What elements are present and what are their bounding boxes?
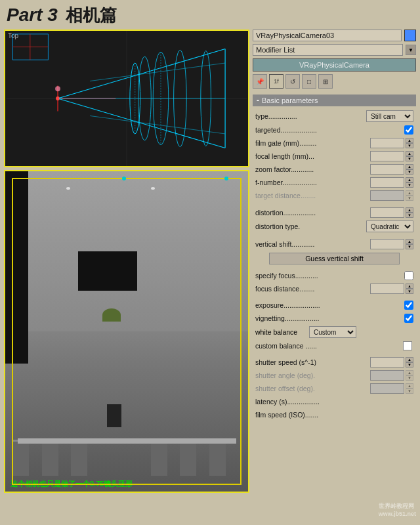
- param-target-dist-row: target distance........ 5812.2 ▲ ▼: [253, 190, 416, 201]
- shutter-speed-up[interactable]: ▲: [406, 357, 413, 362]
- toolbar-icon-box[interactable]: □: [302, 74, 316, 89]
- distortion-input[interactable]: 0.75: [370, 207, 404, 218]
- target-dist-up: ▲: [406, 190, 413, 196]
- zoom-factor-spinner: ▲ ▼: [406, 164, 413, 175]
- guess-vertical-shift-btn[interactable]: Guess vertical shift: [269, 253, 400, 264]
- part-label: Part 3: [7, 5, 58, 26]
- section-collapse-btn[interactable]: -: [257, 96, 259, 105]
- main-content: Top: [0, 30, 420, 493]
- svg-line-5: [58, 49, 225, 98]
- fnumber-up[interactable]: ▲: [406, 177, 413, 182]
- distortion-type-select[interactable]: Quadratic Cubic Lens file: [366, 220, 413, 232]
- focus-distance-input[interactable]: 200.0m: [370, 284, 404, 294]
- shutter-angle-up: ▲: [406, 370, 413, 375]
- param-target-dist-value: 5812.2 ▲ ▼: [370, 190, 413, 201]
- param-specify-focus-label: specify focus............: [255, 272, 321, 280]
- modifier-list-row: Modifier List ▼: [253, 44, 416, 56]
- vignetting-checkbox[interactable]: [404, 314, 413, 323]
- zoom-factor-up[interactable]: ▲: [406, 164, 413, 169]
- target-dist-spinner: ▲ ▼: [406, 190, 413, 201]
- zoom-factor-input[interactable]: 1.0: [370, 164, 404, 175]
- param-vignetting-value: [404, 314, 413, 323]
- param-shutter-angle-row: shutter angle (deg). 180.0 ▲ ▼: [253, 369, 416, 381]
- vertical-shift-spinner: ▲ ▼: [406, 239, 413, 249]
- film-gate-spinner: ▲ ▼: [406, 138, 413, 148]
- vray-physical-camera-btn[interactable]: VRayPhysicalCamera: [253, 58, 416, 72]
- cyan-dot-left: [122, 177, 126, 180]
- focal-length-down[interactable]: ▼: [406, 156, 413, 161]
- camera-color-swatch[interactable]: [404, 30, 416, 41]
- custom-balance-swatch[interactable]: [403, 341, 412, 350]
- scene-chair-2: [42, 440, 58, 476]
- fnumber-spinner: ▲ ▼: [406, 177, 413, 188]
- shutter-speed-input[interactable]: 100.0: [370, 357, 404, 368]
- param-fnumber-row: f-number.................. 8.0 ▲ ▼: [253, 177, 416, 188]
- svg-line-6: [58, 98, 225, 148]
- toolbar-icon-refresh[interactable]: ↺: [285, 74, 300, 89]
- toolbar-icon-1f[interactable]: 1f: [269, 74, 284, 89]
- vertical-shift-up[interactable]: ▲: [406, 239, 413, 244]
- camera-name-input[interactable]: VRayPhysicalCamera03: [253, 30, 402, 41]
- viewport-caption: 这个相机也只是做了一个0.75镜头亚形: [10, 479, 133, 489]
- type-select[interactable]: Still cam Movie cam Video cam: [366, 110, 413, 122]
- fnumber-input[interactable]: 8.0: [370, 177, 404, 188]
- param-distortion-type-value: Quadratic Cubic Lens file: [366, 220, 413, 232]
- header: Part 3 相机篇: [0, 0, 420, 30]
- param-focal-length-row: focal length (mm)... 50.0 ▲ ▼: [253, 150, 416, 162]
- vertical-shift-down[interactable]: ▼: [406, 244, 413, 249]
- focus-distance-up[interactable]: ▲: [406, 284, 413, 289]
- param-film-speed-label: film speed (ISO).......: [255, 411, 321, 419]
- scene-plant-foliage: [102, 308, 121, 322]
- viewport-bottom-render: 这个相机也只是做了一个0.75镜头亚形: [4, 170, 249, 493]
- param-exposure-label: exposure...................: [255, 301, 321, 309]
- shutter-speed-down[interactable]: ▼: [406, 362, 413, 368]
- param-type-label: type...............: [255, 112, 321, 120]
- distortion-spinner: ▲ ▼: [406, 207, 413, 218]
- param-vignetting-row: vignetting..................: [253, 312, 416, 324]
- modifier-list-select[interactable]: Modifier List: [253, 44, 403, 56]
- shutter-angle-input: 180.0: [370, 370, 404, 381]
- exposure-checkbox[interactable]: [404, 301, 413, 310]
- param-custom-balance-row: custom balance ......: [253, 340, 416, 352]
- param-shutter-speed-row: shutter speed (s^-1) 100.0 ▲ ▼: [253, 356, 416, 368]
- param-film-gate-label: film gate (mm).........: [255, 139, 321, 147]
- param-fnumber-label: f-number..................: [255, 178, 321, 186]
- scene-table: [18, 438, 236, 444]
- focal-length-input[interactable]: 50.0: [370, 151, 404, 161]
- param-distortion-type-row: distortion type. Quadratic Cubic Lens fi…: [253, 220, 416, 233]
- svg-point-21: [55, 86, 60, 91]
- param-zoom-factor-label: zoom factor............: [255, 165, 321, 173]
- distortion-up[interactable]: ▲: [406, 207, 413, 213]
- param-custom-balance-value: [403, 341, 413, 350]
- modifier-dropdown-arrow[interactable]: ▼: [406, 45, 416, 55]
- param-white-balance-label: white balance: [255, 328, 309, 336]
- camera-name-row: VRayPhysicalCamera03: [253, 30, 416, 41]
- vertical-shift-input[interactable]: 0.0: [370, 239, 404, 249]
- section-basic-params: - Basic parameters: [253, 94, 416, 106]
- film-gate-input[interactable]: 36.0: [370, 138, 404, 148]
- left-panel: Top: [4, 30, 249, 493]
- zoom-factor-down[interactable]: ▼: [406, 169, 413, 175]
- toolbar-icon-pin[interactable]: 📌: [253, 74, 267, 89]
- watermark: 世界岭教程网www.jb51.net: [379, 502, 416, 517]
- targeted-checkbox[interactable]: [404, 125, 413, 135]
- fnumber-down[interactable]: ▼: [406, 182, 413, 188]
- param-vertical-shift-row: vertical shift............ 0.0 ▲ ▼: [253, 238, 416, 250]
- focus-distance-down[interactable]: ▼: [406, 289, 413, 294]
- white-balance-select[interactable]: Custom D65 D50 Neutral: [309, 326, 356, 338]
- film-gate-up[interactable]: ▲: [406, 138, 413, 143]
- param-shutter-offset-value: 0.0 ▲ ▼: [370, 383, 413, 394]
- wireframe-svg: [5, 31, 248, 166]
- focal-length-up[interactable]: ▲: [406, 151, 413, 156]
- toolbar-icon-grid[interactable]: ⊞: [318, 74, 333, 89]
- scene-left-dark-panel: [5, 171, 28, 364]
- param-exposure-value: [404, 301, 413, 310]
- param-vertical-shift-label: vertical shift............: [255, 240, 321, 248]
- param-shutter-angle-value: 180.0 ▲ ▼: [370, 370, 413, 381]
- param-white-balance-value: Custom D65 D50 Neutral: [309, 326, 356, 338]
- distortion-down[interactable]: ▼: [406, 213, 413, 218]
- param-exposure-row: exposure...................: [253, 299, 416, 311]
- specify-focus-checkbox[interactable]: [404, 271, 413, 280]
- film-gate-down[interactable]: ▼: [406, 143, 413, 148]
- param-zoom-factor-value: 1.0 ▲ ▼: [370, 164, 413, 175]
